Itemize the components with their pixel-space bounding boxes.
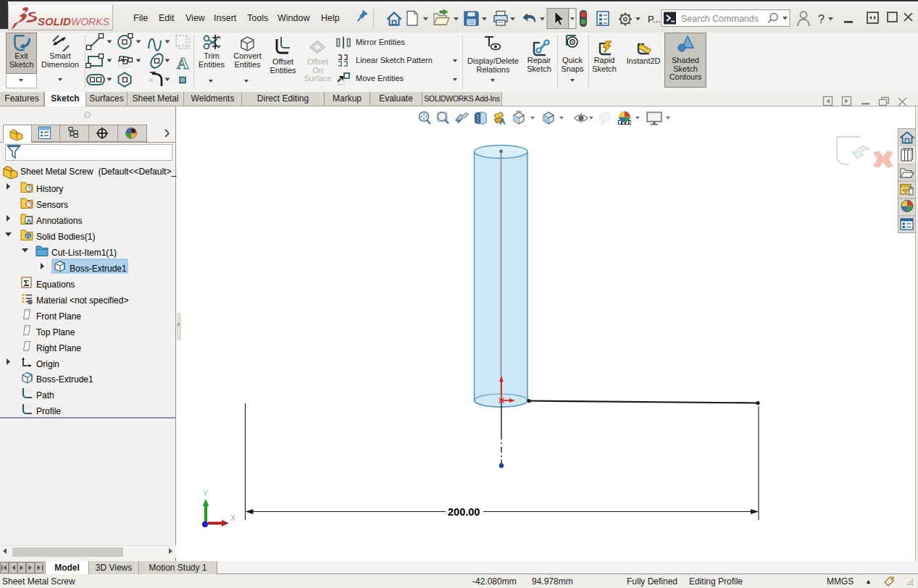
svg-text:200.00: 200.00 [448, 506, 480, 518]
svg-text:Y: Y [203, 489, 209, 497]
svg-text:A: A [177, 54, 189, 72]
svg-text:A: A [499, 117, 506, 127]
svg-text:Search Commands: Search Commands [681, 14, 759, 24]
svg-text:P...: P... [648, 14, 661, 25]
svg-text:SOLID: SOLID [38, 15, 71, 28]
svg-text:WORKS: WORKS [71, 16, 110, 28]
svg-text:X: X [230, 513, 236, 522]
svg-text:?: ? [818, 13, 825, 25]
